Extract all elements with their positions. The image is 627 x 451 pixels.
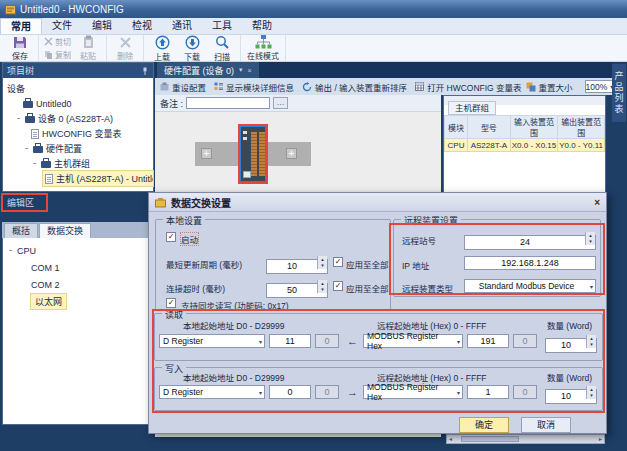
reset-config-icon xyxy=(160,82,169,91)
remote-settings-legend: 远程装置设置 xyxy=(401,214,461,227)
table-row[interactable]: CPU AS228T-A X0.0 - X0.15 Y0.0 - Y0.11 xyxy=(445,139,605,152)
menu-tab-tools[interactable]: 工具 xyxy=(202,18,242,34)
write-remote-type-select[interactable]: MODBUS Register Hex ▾ xyxy=(363,385,463,399)
ip-input[interactable] xyxy=(464,256,596,270)
scan-icon xyxy=(215,35,230,50)
spinner-buttons[interactable]: ▴▾ xyxy=(317,280,327,293)
write-local-start-input[interactable] xyxy=(269,385,311,399)
rack-tab-host-group[interactable]: 主机群组 xyxy=(448,101,496,115)
project-tree-panel: 项目树 设备 Untitled0 - 设备 0 (AS228T-A) HWCON… xyxy=(2,62,154,192)
menu-tab-help[interactable]: 帮助 xyxy=(242,18,282,34)
apply-all-checkbox-1[interactable]: ✓ xyxy=(333,257,343,267)
read-remote-start-input[interactable] xyxy=(467,334,509,348)
write-local-type-select[interactable]: D Register ▾ xyxy=(159,385,265,399)
tab-data-exchange[interactable]: 数据交换 xyxy=(39,223,91,238)
scroll-right-icon[interactable]: ► xyxy=(598,436,603,442)
collapse-icon[interactable]: - xyxy=(15,114,22,123)
delete-button[interactable]: 删除 xyxy=(110,36,140,61)
reorder-io-button[interactable]: 输出 / 输入装置重新排序 xyxy=(302,81,407,93)
save-button[interactable]: 保存 xyxy=(5,35,35,61)
note-input[interactable] xyxy=(186,97,270,109)
tree-item-com1[interactable]: COM 1 xyxy=(3,259,153,276)
tab-summary[interactable]: 概括 xyxy=(4,223,38,238)
download-button[interactable]: 下载 xyxy=(177,35,207,62)
menu-tab-communication[interactable]: 通讯 xyxy=(162,18,202,34)
cancel-button[interactable]: 取消 xyxy=(521,417,571,433)
write-remote-start-input[interactable] xyxy=(467,385,509,399)
menu-tab-file[interactable]: 文件 xyxy=(42,18,82,34)
cpu-module-device[interactable] xyxy=(238,124,268,184)
tree-item-host-group[interactable]: - 主机群组 xyxy=(3,156,153,171)
tab-hardware-config[interactable]: 硬件配置 (设备 0) ▾ × xyxy=(157,62,259,78)
device-type-select[interactable]: Standard Modbus Device ▾ xyxy=(464,279,596,293)
tree-item-host-selected[interactable]: 主机 (AS228T-A) - Untitled xyxy=(43,171,153,186)
station-label: 远程站号 xyxy=(402,234,436,246)
device-type-label: 远程装置类型 xyxy=(402,282,453,294)
reset-config-button[interactable]: 重设配置 xyxy=(160,81,206,93)
open-hwconfig-table-button[interactable]: 打开 HWCONFIG 变量表 xyxy=(415,81,521,93)
dropdown-arrow-icon: ▾ xyxy=(590,283,593,290)
copy-button[interactable]: 复制 xyxy=(44,49,71,60)
edit-area-title: 编辑区 xyxy=(7,196,34,209)
empty-slot-left[interactable]: + xyxy=(201,148,212,159)
upload-button[interactable]: 上载 xyxy=(147,35,177,62)
read-local-start-input[interactable] xyxy=(269,334,311,348)
menu-tab-view[interactable]: 检视 xyxy=(122,18,162,34)
scan-button[interactable]: 扫描 xyxy=(207,35,237,62)
read-quantity-label: 数量 (Word) xyxy=(547,319,592,331)
note-label: 备注 : xyxy=(160,97,183,110)
read-remote-type-select[interactable]: MODBUS Register Hex ▾ xyxy=(363,334,463,348)
write-local-address-label: 本地起始地址 D0 - D29999 xyxy=(183,371,285,383)
read-local-end-input xyxy=(315,334,339,348)
tree-item-hwconfig-table[interactable]: HWCONFIG 变量表 xyxy=(3,126,153,141)
show-module-details-button[interactable]: 显示模块详细信息 xyxy=(214,81,294,93)
spinner-buttons[interactable]: ▴▾ xyxy=(586,335,596,348)
station-input[interactable] xyxy=(464,235,596,250)
pin-icon[interactable] xyxy=(141,67,149,75)
dialog-close-icon[interactable]: × xyxy=(594,197,600,208)
local-settings-legend: 本地设置 xyxy=(163,214,205,227)
tree-item-device0[interactable]: - 设备 0 (AS228T-A) xyxy=(3,111,153,126)
title-bar: Untitled0 - HWCONFIG xyxy=(0,0,627,18)
tab-pin-icon[interactable]: ▾ xyxy=(239,66,243,74)
dropdown-arrow-icon: ▾ xyxy=(259,338,262,345)
start-checkbox[interactable]: ✓ xyxy=(166,232,176,242)
tree-item-hardware-config[interactable]: - 硬件配置 xyxy=(3,141,153,156)
edit-area-header: 编辑区 xyxy=(2,194,154,211)
read-local-type-select[interactable]: D Register ▾ xyxy=(159,334,265,348)
tree-item-untitled0[interactable]: Untitled0 xyxy=(3,96,153,111)
tab-close-icon[interactable]: × xyxy=(248,67,252,74)
start-label: 启动 xyxy=(181,233,198,245)
cut-button[interactable]: 剪切 xyxy=(44,36,71,47)
collapse-icon[interactable]: - xyxy=(31,159,38,168)
empty-slot-right[interactable]: + xyxy=(286,148,297,159)
briefcase-icon xyxy=(41,161,51,168)
module-table: 模块 型号 输入装置范围 输出装置范围 CPU AS228T-A X0.0 - … xyxy=(444,115,605,152)
ok-button[interactable]: 确定 xyxy=(459,417,509,433)
tree-item-cpu[interactable]: - CPU xyxy=(3,242,153,259)
document-toolbar: 重设配置 显示模块详细信息 输出 / 输入装置重新排序 打开 H xyxy=(155,78,612,95)
spinner-buttons[interactable]: ▴▾ xyxy=(586,386,596,399)
dropdown-arrow-icon: ▾ xyxy=(457,338,460,345)
tree-item-ethernet[interactable]: 以太网 xyxy=(3,293,153,310)
scroll-left-icon[interactable]: ◄ xyxy=(448,436,453,442)
online-mode-button[interactable]: 在线模式 xyxy=(244,35,282,61)
menu-tab-home[interactable]: 常用 xyxy=(0,18,42,34)
reset-size-icon xyxy=(526,82,536,92)
scrollbar-thumb[interactable] xyxy=(461,436,519,442)
paste-button[interactable]: 粘贴 xyxy=(73,35,103,61)
tree-item-device[interactable]: 设备 xyxy=(3,81,153,96)
horizontal-scrollbar[interactable]: ◄ ► xyxy=(446,434,605,444)
collapse-icon[interactable]: - xyxy=(23,144,30,153)
reset-size-button[interactable]: 重置大小 xyxy=(526,81,573,93)
upload-icon xyxy=(155,35,170,50)
spinner-buttons[interactable]: ▴▾ xyxy=(317,256,327,269)
spinner-buttons[interactable]: ▴▾ xyxy=(585,232,595,245)
sync-rw-checkbox[interactable]: ✓ xyxy=(166,298,176,308)
collapse-icon[interactable]: - xyxy=(7,246,14,255)
menu-tab-edit[interactable]: 编辑 xyxy=(82,18,122,34)
tree-item-com2[interactable]: COM 2 xyxy=(3,276,153,293)
apply-all-checkbox-2[interactable]: ✓ xyxy=(333,281,343,291)
product-list-tab[interactable]: 产品列表 xyxy=(612,64,626,122)
note-more-button[interactable]: … xyxy=(273,97,288,109)
